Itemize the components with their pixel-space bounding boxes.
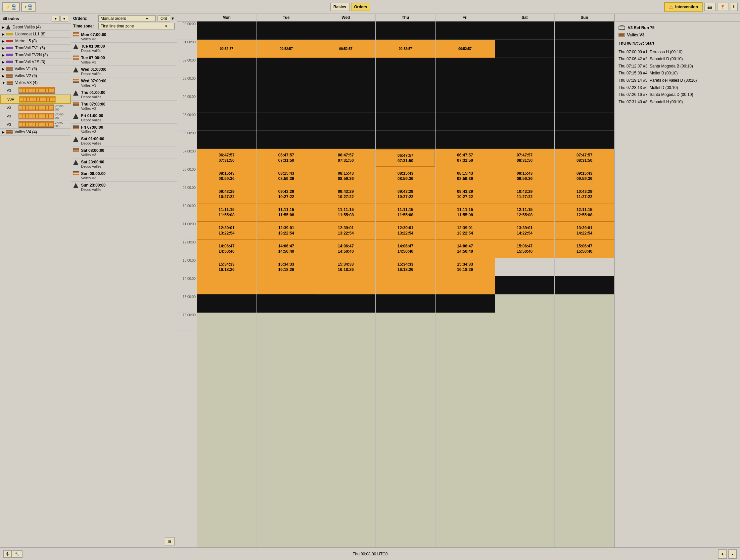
cell-sun-0600[interactable] bbox=[555, 131, 614, 149]
cell-tue-0300[interactable] bbox=[257, 76, 316, 94]
cell-mon-0647[interactable]: 06:47:5707:31:50 bbox=[197, 149, 256, 167]
cell-thu-1111[interactable]: 11:11:1511:55:08 bbox=[376, 203, 435, 222]
cell-sat-empty[interactable] bbox=[495, 258, 554, 276]
cell-thu-0052[interactable]: 00:52:57 bbox=[376, 40, 435, 58]
cell-wed-0000[interactable] bbox=[316, 21, 375, 40]
cell-tue-0600[interactable] bbox=[257, 131, 316, 149]
cell-sun-0200[interactable] bbox=[555, 58, 614, 76]
cell-thu-1600[interactable] bbox=[376, 276, 435, 295]
cell-mon-0815[interactable]: 08:15:4308:59:36 bbox=[197, 167, 256, 185]
cell-fri-0052[interactable]: 00:52:57 bbox=[436, 40, 495, 58]
cell-tue-0815[interactable]: 08:15:4308:59:36 bbox=[257, 167, 316, 185]
cell-mon-0400[interactable] bbox=[197, 94, 256, 112]
cell-wed-0052[interactable]: 00:52:57 bbox=[316, 40, 375, 58]
cell-sun-0915[interactable]: 09:15:4309:59:36 bbox=[555, 167, 614, 185]
order-item-7[interactable]: Thu 07:00:00 Vallès V3 bbox=[71, 101, 177, 112]
cell-sat-0200[interactable] bbox=[495, 58, 554, 76]
cell-fri-1239[interactable]: 12:39:0113:22:54 bbox=[436, 222, 495, 240]
cell-thu-0300[interactable] bbox=[376, 76, 435, 94]
order-item-14[interactable]: Sun 23:00:00 Depot Vallès bbox=[71, 182, 177, 193]
cell-sun-0000[interactable] bbox=[555, 21, 614, 40]
cell-sat-0915[interactable]: 09:15:4309:59:36 bbox=[495, 167, 554, 185]
train-subitem-v3-1[interactable]: V3 bbox=[0, 86, 71, 95]
intervention-button[interactable]: ⚠ Intervention bbox=[664, 2, 703, 12]
order-item-2[interactable]: Tue 01:00:00 Depot Vallès bbox=[71, 43, 177, 54]
cell-mon-0000[interactable] bbox=[197, 21, 256, 40]
cell-tue-0943[interactable]: 09:43:2910:27:22 bbox=[257, 185, 316, 203]
order-item-9[interactable]: Fri 07:00:00 Vallès V3 bbox=[71, 124, 177, 135]
cell-fri-1406[interactable]: 14:06:4714:50:40 bbox=[436, 240, 495, 258]
cell-thu-1534[interactable]: 15:34:3316:18:26 bbox=[376, 258, 435, 276]
cell-wed-1600[interactable] bbox=[316, 276, 375, 295]
cell-sat-extra[interactable] bbox=[495, 276, 554, 295]
cell-tue-extra[interactable] bbox=[257, 295, 316, 313]
cell-sun-1506[interactable]: 15:06:4715:50:40 bbox=[555, 240, 614, 258]
cell-fri-1534[interactable]: 15:34:3316:18:26 bbox=[436, 258, 495, 276]
cell-sat-0400[interactable] bbox=[495, 94, 554, 112]
pin-button[interactable]: 📍 bbox=[717, 3, 728, 11]
cell-thu-0647[interactable]: 06:47:5707:31:50 bbox=[376, 149, 435, 167]
cell-mon-1600[interactable] bbox=[197, 276, 256, 295]
cell-mon-1534[interactable]: 15:34:3316:18:26 bbox=[197, 258, 256, 276]
cell-thu-1239[interactable]: 12:39:0113:22:54 bbox=[376, 222, 435, 240]
cell-thu-0815[interactable]: 08:15:4308:59:36 bbox=[376, 167, 435, 185]
cell-tue-0052[interactable]: 00:52:57 bbox=[257, 40, 316, 58]
cell-tue-0647[interactable]: 06:47:5707:31:50 bbox=[257, 149, 316, 167]
cell-fri-extra[interactable] bbox=[436, 295, 495, 313]
group-valles-v4[interactable]: ▶ Vallès V4 (4) bbox=[0, 129, 71, 136]
orders-dropdown[interactable]: Manual orders ▼ bbox=[98, 15, 156, 22]
group-tramvall-v2s[interactable]: ▶ TramVall V2S (3) bbox=[0, 59, 71, 66]
order-item-12[interactable]: Sat 23:00:00 Depot Vallès bbox=[71, 158, 177, 170]
cell-thu-1406[interactable]: 14:06:4714:50:40 bbox=[376, 240, 435, 258]
cell-mon-0500[interactable] bbox=[197, 112, 256, 131]
basics-tab-button[interactable]: Basics bbox=[330, 3, 350, 11]
cell-sat-0500[interactable] bbox=[495, 112, 554, 131]
camera-button[interactable]: 📷 bbox=[704, 3, 716, 11]
train-subitem-vrmc-1[interactable]: V3 VRMC-003 bbox=[0, 104, 71, 112]
cell-tue-1111[interactable]: 11:11:1511:55:08 bbox=[257, 203, 316, 222]
cell-wed-1534[interactable]: 15:34:3316:18:26 bbox=[316, 258, 375, 276]
group-metro[interactable]: ▶ Metro L5 (8) bbox=[0, 38, 71, 45]
cell-fri-0500[interactable] bbox=[436, 112, 495, 131]
group-valles-v3[interactable]: ▼ Vallès V3 (4) bbox=[0, 79, 71, 86]
cell-sun-0400[interactable] bbox=[555, 94, 614, 112]
cell-fri-0647[interactable]: 06:47:5707:31:50 bbox=[436, 149, 495, 167]
cell-mon-0600[interactable] bbox=[197, 131, 256, 149]
cell-sat-0300[interactable] bbox=[495, 76, 554, 94]
cell-thu-0000[interactable] bbox=[376, 21, 435, 40]
cell-thu-0500[interactable] bbox=[376, 112, 435, 131]
add-train-button[interactable]: +🚆 bbox=[21, 2, 36, 12]
filter-button-2[interactable]: ▼ bbox=[60, 16, 68, 21]
order-item-13[interactable]: Sun 08:00:00 Vallès V3 bbox=[71, 170, 177, 182]
timezone-dropdown[interactable]: First line time zone ▼ bbox=[98, 23, 175, 29]
cell-tue-1239[interactable]: 12:39:0113:22:54 bbox=[257, 222, 316, 240]
orders-tab-button[interactable]: Orders bbox=[351, 3, 370, 11]
cell-wed-0200[interactable] bbox=[316, 58, 375, 76]
group-tramvall-tv1[interactable]: ▶ TramVall TV1 (6) bbox=[0, 45, 71, 51]
order-item-6[interactable]: Thu 01:00:00 Depot Vallès bbox=[71, 89, 177, 101]
cell-sat-0747[interactable]: 07:47:5708:31:50 bbox=[495, 149, 554, 167]
cell-wed-1239[interactable]: 12:39:0113:22:54 bbox=[316, 222, 375, 240]
cell-sun-0500[interactable] bbox=[555, 112, 614, 131]
cell-wed-0300[interactable] bbox=[316, 76, 375, 94]
cell-fri-0400[interactable] bbox=[436, 94, 495, 112]
cell-sun-empty[interactable] bbox=[555, 258, 614, 276]
cell-sat-0600[interactable] bbox=[495, 131, 554, 149]
cell-tue-0200[interactable] bbox=[257, 58, 316, 76]
cell-thu-0400[interactable] bbox=[376, 94, 435, 112]
group-tramvall-tv2n[interactable]: ▶ TramVall TV2N (3) bbox=[0, 51, 71, 59]
cell-mon-extra[interactable] bbox=[197, 295, 256, 313]
cell-mon-0300[interactable] bbox=[197, 76, 256, 94]
order-item-10[interactable]: Sat 01:00:00 Depot Vallès bbox=[71, 135, 177, 147]
cell-wed-extra[interactable] bbox=[316, 295, 375, 313]
order-item-1[interactable]: Mon 07:00:00 Vallès V3 bbox=[71, 31, 177, 43]
zoom-out-button[interactable]: - bbox=[728, 549, 737, 559]
cell-sat-1211[interactable]: 12:11:1512:55:08 bbox=[495, 203, 554, 222]
order-item-5[interactable]: Wed 07:00:00 Vallès V3 bbox=[71, 78, 177, 89]
cell-mon-0052[interactable]: 00:52:57 bbox=[197, 40, 256, 58]
cell-tue-0500[interactable] bbox=[257, 112, 316, 131]
cell-sun-1339[interactable]: 13:39:0114:22:54 bbox=[555, 222, 614, 240]
cell-sat-0000[interactable] bbox=[495, 21, 554, 40]
cell-mon-1111[interactable]: 11:11:1511:55:08 bbox=[197, 203, 256, 222]
info-button[interactable]: ℹ bbox=[730, 3, 738, 11]
